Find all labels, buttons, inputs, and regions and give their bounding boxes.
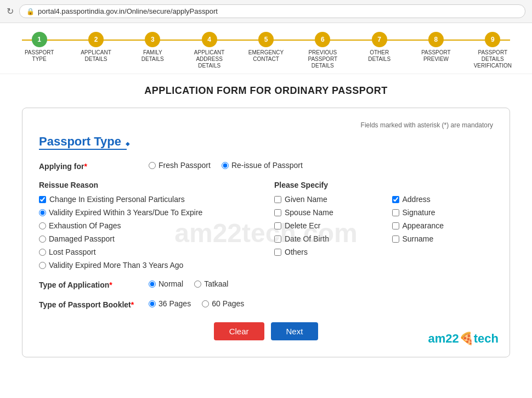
lock-icon: 🔒 (26, 8, 35, 15)
step-7[interactable]: 7 OTHER DETAILS (351, 32, 408, 63)
next-button[interactable]: Next (271, 322, 319, 340)
fresh-passport-radio[interactable] (149, 162, 156, 169)
step-8-label: PASSPORT PREVIEW (417, 49, 455, 63)
type-tatkaal-label: Tatkaal (204, 279, 228, 288)
booklet-60-radio[interactable] (202, 300, 209, 307)
specify-spouse-name-checkbox[interactable] (274, 209, 281, 216)
reissue-lost[interactable]: Lost Passport (39, 248, 258, 256)
specify-date-of-birth-checkbox[interactable] (274, 236, 281, 243)
specify-address[interactable]: Address (392, 195, 494, 204)
reissue-lost-radio[interactable] (39, 249, 46, 256)
reissue-passport-label: Re-issue of Passport (231, 161, 303, 170)
reissue-damaged-label: Damaged Passport (49, 234, 115, 243)
specify-signature-checkbox[interactable] (392, 209, 399, 216)
specify-signature[interactable]: Signature (392, 208, 494, 217)
reissue-validity-more-radio[interactable] (39, 262, 46, 269)
booklet-36-option[interactable]: 36 Pages (149, 299, 191, 308)
reissue-damaged[interactable]: Damaged Passport (39, 234, 258, 243)
refresh-icon[interactable]: ↻ (7, 6, 14, 16)
reissue-passport-radio[interactable] (222, 162, 229, 169)
reissue-passport-option[interactable]: Re-issue of Passport (222, 161, 303, 170)
type-tatkaal-radio[interactable] (194, 281, 201, 288)
applying-for-row: Applying for* Fresh Passport Re-issue of… (39, 161, 493, 171)
step-3-circle: 3 (145, 32, 160, 47)
booklet-type-label: Type of Passport Booklet* (39, 299, 138, 309)
branding: am22🍕tech (428, 332, 499, 346)
specify-appearance-checkbox[interactable] (392, 222, 399, 229)
step-7-label: OTHER DETAILS (360, 49, 399, 63)
reissue-validity-more[interactable]: Validity Expired More Than 3 Years Ago (39, 261, 258, 270)
page-title: APPLICATION FORM FOR ORDINARY PASSPORT (0, 74, 532, 108)
branding-prefix: am22 (428, 332, 459, 345)
reissue-specify-section: Reissue Reason Change In Existing Person… (39, 181, 493, 270)
reissue-exhaustion-radio[interactable] (39, 222, 46, 229)
specify-surname[interactable]: Surname (392, 234, 494, 243)
type-application-row: Type of Application* Normal Tatkaal (39, 279, 493, 289)
fresh-passport-label: Fresh Passport (159, 161, 211, 170)
specify-delete-ecr[interactable]: Delete Ecr (274, 221, 376, 230)
branding-suffix: tech (474, 332, 499, 345)
reissue-validity-more-label: Validity Expired More Than 3 Years Ago (49, 261, 183, 270)
step-3-label: FAMILY DETAILS (133, 49, 172, 63)
please-specify-col: Please Specify Given Name Address Spouse… (274, 181, 493, 270)
specify-date-of-birth[interactable]: Date Of Birth (274, 234, 376, 243)
specify-appearance[interactable]: Appearance (392, 221, 494, 230)
reissue-validity-3-radio[interactable] (39, 209, 46, 216)
specify-others[interactable]: Others (274, 248, 376, 256)
booklet-36-label: 36 Pages (159, 299, 191, 308)
reissue-validity-3-label: Validity Expired Within 3 Years/Due To E… (49, 208, 202, 217)
form-card: Fields marked with asterisk (*) are mand… (22, 108, 510, 357)
applying-for-required: * (84, 162, 87, 171)
step-4-circle: 4 (202, 32, 217, 47)
specify-given-name[interactable]: Given Name (274, 195, 376, 204)
type-normal-option[interactable]: Normal (149, 279, 183, 288)
section-title: Passport Type (39, 134, 121, 148)
step-9-circle: 9 (485, 32, 500, 47)
step-2-label: APPLICANT DETAILS (77, 49, 115, 63)
fresh-passport-option[interactable]: Fresh Passport (149, 161, 211, 170)
step-1-circle: 1 (32, 32, 47, 47)
specify-address-checkbox[interactable] (392, 196, 399, 203)
step-8[interactable]: 8 PASSPORT PREVIEW (408, 32, 464, 63)
specify-others-checkbox[interactable] (274, 249, 281, 256)
booklet-60-option[interactable]: 60 Pages (202, 299, 244, 308)
reissue-lost-label: Lost Passport (49, 248, 96, 256)
booklet-36-radio[interactable] (149, 300, 156, 307)
reissue-change-personal[interactable]: Change In Existing Personal Particulars (39, 195, 258, 204)
step-6[interactable]: 6 PREVIOUS PASSPORT DETAILS (295, 32, 351, 69)
reissue-exhaustion[interactable]: Exhaustion Of Pages (39, 221, 258, 230)
specify-delete-ecr-checkbox[interactable] (274, 222, 281, 229)
step-6-label: PREVIOUS PASSPORT DETAILS (303, 49, 342, 69)
reissue-change-personal-checkbox[interactable] (39, 196, 46, 203)
mandatory-note: Fields marked with asterisk (*) are mand… (39, 121, 493, 129)
specify-spouse-name[interactable]: Spouse Name (274, 208, 376, 217)
specify-surname-checkbox[interactable] (392, 236, 399, 243)
step-9[interactable]: 9 PASSPORT DETAILS VERIFICATION (465, 32, 521, 69)
reissue-validity-3[interactable]: Validity Expired Within 3 Years/Due To E… (39, 208, 258, 217)
type-application-options: Normal Tatkaal (149, 279, 228, 288)
reissue-reason-col: Reissue Reason Change In Existing Person… (39, 181, 258, 270)
step-3[interactable]: 3 FAMILY DETAILS (124, 32, 181, 63)
specify-delete-ecr-label: Delete Ecr (285, 221, 320, 230)
clear-button[interactable]: Clear (214, 322, 264, 340)
specify-others-label: Others (285, 248, 308, 256)
steps-container: 1 PASSPORT TYPE 2 APPLICANT DETAILS 3 FA… (11, 32, 521, 69)
step-5-circle: 5 (258, 32, 274, 47)
reissue-damaged-radio[interactable] (39, 236, 46, 243)
button-row: Clear Next (39, 322, 493, 340)
step-5[interactable]: 5 EMERGENCY CONTACT (237, 32, 294, 63)
type-normal-label: Normal (159, 279, 183, 288)
progress-bar: 1 PASSPORT TYPE 2 APPLICANT DETAILS 3 FA… (0, 23, 532, 74)
step-6-circle: 6 (315, 32, 330, 47)
step-2[interactable]: 2 APPLICANT DETAILS (67, 32, 124, 63)
step-1[interactable]: 1 PASSPORT TYPE (11, 32, 67, 63)
specify-given-name-checkbox[interactable] (274, 196, 281, 203)
step-8-circle: 8 (428, 32, 444, 47)
type-normal-radio[interactable] (149, 281, 156, 288)
url-text: portal4.passportindia.gov.in/Online/secu… (38, 7, 218, 15)
step-4[interactable]: 4 APPLICANT ADDRESS DETAILS (181, 32, 237, 69)
type-tatkaal-option[interactable]: Tatkaal (194, 279, 228, 288)
type-application-label: Type of Application* (39, 279, 138, 289)
booklet-type-required: * (131, 300, 134, 309)
browser-bar: ↻ 🔒 portal4.passportindia.gov.in/Online/… (0, 0, 532, 23)
